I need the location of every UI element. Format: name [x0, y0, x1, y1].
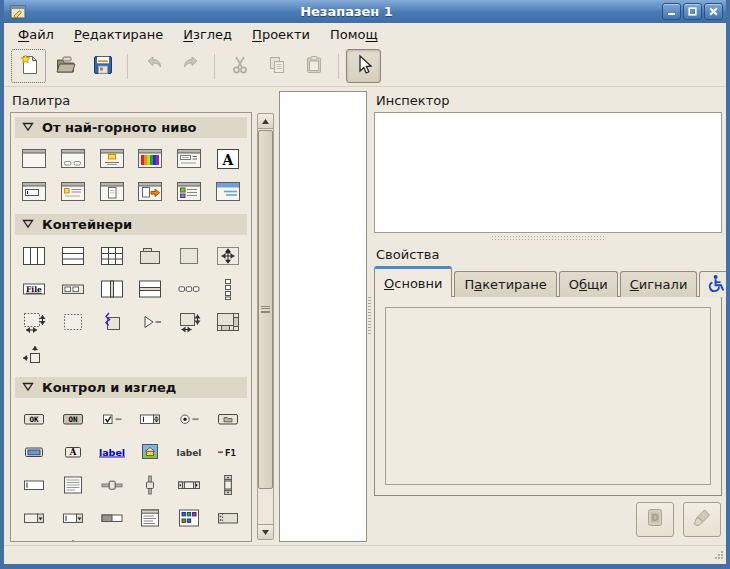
palette-item-hpaned[interactable] — [92, 272, 131, 305]
menu-projects[interactable]: Проекти — [242, 25, 320, 44]
scroll-up-button[interactable] — [258, 114, 273, 129]
palette-item-message-dialog[interactable] — [92, 142, 131, 175]
menu-view[interactable]: Изглед — [173, 25, 242, 44]
palette-item-hscrollbar[interactable] — [170, 468, 209, 501]
tab-signals[interactable]: Сигнали — [620, 271, 698, 297]
palette-item-expander[interactable] — [131, 305, 170, 338]
palette-item-viewport[interactable] — [54, 305, 93, 338]
menu-edit[interactable]: Редактиране — [64, 25, 173, 44]
palette-item-toolbar[interactable] — [54, 272, 93, 305]
palette-item-input-dialog[interactable] — [15, 175, 54, 208]
open-button[interactable] — [48, 49, 83, 83]
palette-item-window[interactable] — [15, 142, 54, 175]
palette-item-toggle-button[interactable]: ON — [54, 402, 93, 435]
palette-item-vscrollbar[interactable] — [208, 468, 247, 501]
selector-button[interactable] — [346, 49, 381, 83]
properties-notebook-page — [374, 296, 722, 496]
palette-item-hscale[interactable] — [92, 468, 131, 501]
palette-item-hbox[interactable] — [15, 239, 54, 272]
palette-item-assistant[interactable] — [208, 175, 247, 208]
glade-main-window: Незапазен 1 ФайлРедактиранеИзгледПроекти… — [0, 0, 730, 569]
palette-item-color-selection-dialog[interactable] — [131, 142, 170, 175]
palette-item-link-button[interactable]: label — [92, 435, 131, 468]
expander-triangle-icon — [22, 217, 34, 232]
save-icon — [91, 53, 115, 80]
menu-file[interactable]: Файл — [8, 25, 64, 44]
maximize-button[interactable] — [683, 3, 702, 20]
paned-vertical-handle[interactable] — [368, 297, 371, 335]
palette-item-frame[interactable] — [170, 239, 209, 272]
design-canvas[interactable] — [279, 91, 367, 542]
palette-item-fixed[interactable] — [208, 239, 247, 272]
palette-item-notebook[interactable] — [131, 239, 170, 272]
menu-help[interactable]: Помощ — [320, 25, 388, 44]
palette-item-font-button[interactable]: A — [54, 435, 93, 468]
palette-item-about-dialog[interactable] — [92, 175, 131, 208]
palette-item-combo-box-entry[interactable] — [54, 501, 93, 534]
palette-item-menubar[interactable]: File — [15, 272, 54, 305]
palette-item-vscale[interactable] — [131, 468, 170, 501]
tab-common[interactable]: Общи — [559, 271, 618, 297]
palette-item-tree-view[interactable] — [131, 501, 170, 534]
palette-item-icon-view[interactable] — [170, 501, 209, 534]
scroll-down-button[interactable] — [258, 524, 273, 539]
palette-item-vpaned[interactable] — [131, 272, 170, 305]
palette-item-vseparator[interactable] — [54, 534, 93, 542]
palette-item-vbox[interactable] — [54, 239, 93, 272]
arrow-down-icon — [261, 529, 270, 536]
palette-item-progress-bar[interactable] — [92, 501, 131, 534]
minimize-button[interactable] — [662, 3, 681, 20]
inspector-tree[interactable] — [374, 112, 722, 233]
tab-general[interactable]: Основни — [374, 266, 452, 297]
save-button[interactable] — [85, 49, 120, 83]
palette-item-hseparator[interactable] — [15, 534, 54, 542]
palette-item-color-button[interactable] — [15, 435, 54, 468]
palette-item-file-chooser-button[interactable] — [208, 402, 247, 435]
scrollbar-track[interactable] — [258, 129, 273, 524]
palette-item-file-selection-dialog[interactable] — [170, 142, 209, 175]
resize-grip[interactable] — [713, 548, 724, 563]
palette-item-spin-button[interactable] — [131, 402, 170, 435]
palette-item-font-selection-dialog[interactable]: A — [208, 142, 247, 175]
palette-item-image[interactable] — [131, 435, 170, 468]
palette-item-statusbar-widget[interactable] — [92, 534, 131, 542]
palette-item-layout[interactable] — [170, 305, 209, 338]
palette-item-entry[interactable] — [15, 468, 54, 501]
palette-item-hbuttonbox[interactable] — [170, 272, 209, 305]
palette-scrollbar[interactable] — [257, 113, 274, 540]
tab-packing[interactable]: Пакетиране — [454, 271, 556, 297]
palette-item-button[interactable]: OK — [15, 402, 54, 435]
palette-item-vbuttonbox[interactable] — [208, 272, 247, 305]
toolbar — [4, 46, 726, 87]
titlebar[interactable]: Незапазен 1 — [4, 0, 726, 23]
statusbar — [4, 545, 726, 564]
palette-item-check-button[interactable] — [92, 402, 131, 435]
new-button[interactable] — [11, 49, 46, 83]
section-title: Контейнери — [42, 217, 132, 232]
palette-item-message-box[interactable] — [54, 175, 93, 208]
scrollbar-thumb[interactable] — [258, 130, 273, 489]
inspector-label: Инспектор — [374, 89, 722, 112]
palette-item-handlebox[interactable] — [92, 305, 131, 338]
palette-item-label[interactable]: label — [170, 435, 209, 468]
palette-item-table[interactable] — [92, 239, 131, 272]
tab-accessibility[interactable] — [699, 271, 730, 297]
palette-item-recent-chooser-dialog[interactable] — [170, 175, 209, 208]
svg-text:File: File — [26, 284, 42, 293]
palette-item-dialog[interactable] — [54, 142, 93, 175]
palette-item-alignment[interactable] — [15, 338, 54, 371]
section-header[interactable]: Контрол и изглед — [15, 377, 247, 398]
palette-item-cell-view[interactable] — [208, 501, 247, 534]
palette-item-accel-label[interactable]: F1 — [208, 435, 247, 468]
paned-horizontal-handle[interactable] — [374, 233, 722, 243]
palette-item-scrolled-corner[interactable] — [208, 305, 247, 338]
palette-item-scrolledwindow[interactable] — [15, 305, 54, 338]
section-header[interactable]: От най-горното ниво — [15, 117, 247, 138]
close-button[interactable] — [704, 3, 723, 20]
palette-item-text-view[interactable] — [54, 468, 93, 501]
palette-item-radio-button[interactable] — [170, 402, 209, 435]
svg-text:A: A — [221, 151, 234, 167]
palette-item-combo-box[interactable] — [15, 501, 54, 534]
section-header[interactable]: Контейнери — [15, 214, 247, 235]
palette-item-file-chooser-dialog[interactable] — [131, 175, 170, 208]
